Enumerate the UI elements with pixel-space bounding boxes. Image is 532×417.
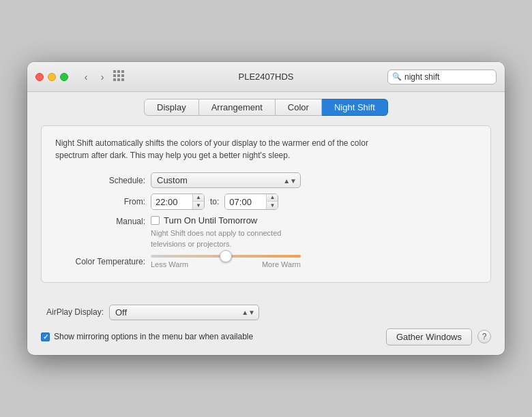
mirror-label: Show mirroring options in the menu bar w…: [54, 332, 253, 341]
grid-dot: [121, 70, 124, 73]
to-time-input[interactable]: [225, 195, 266, 209]
grid-dot: [113, 74, 116, 77]
minimize-button[interactable]: [48, 73, 56, 81]
airplay-select[interactable]: Off On: [109, 305, 259, 320]
from-label: From:: [55, 197, 151, 206]
schedule-select[interactable]: Custom Sunset to Sunrise Off: [151, 172, 301, 188]
color-temp-slider-container: Less Warm More Warm: [151, 255, 301, 268]
to-time-stepper: ▲ ▼: [266, 194, 278, 209]
grid-dot: [117, 70, 120, 73]
airplay-select-wrapper: Off On ▲▼: [109, 305, 259, 320]
schedule-label: Schedule:: [55, 176, 151, 185]
color-temp-label: Color Temperature:: [55, 257, 151, 266]
window-title: PLE2407HDS: [239, 72, 294, 82]
grid-dot: [113, 70, 116, 73]
from-time-input[interactable]: [151, 195, 192, 209]
time-row: From: ▲ ▼ to: ▲ ▼: [55, 194, 477, 210]
footer-row: Show mirroring options in the menu bar w…: [41, 328, 491, 345]
tab-display[interactable]: Display: [144, 99, 199, 116]
nightshift-panel: Night Shift automatically shifts the col…: [41, 125, 491, 283]
from-time-down-button[interactable]: ▼: [193, 202, 204, 209]
forward-button[interactable]: ›: [95, 70, 109, 84]
nightshift-description: Night Shift automatically shifts the col…: [55, 137, 396, 161]
grid-dot: [117, 74, 120, 77]
main-window: ‹ › PLE2407HDS 🔍 ✕ Display Arrangement: [27, 62, 505, 355]
mirror-checkbox[interactable]: [41, 333, 50, 341]
from-time-up-button[interactable]: ▲: [193, 194, 204, 202]
help-button[interactable]: ?: [477, 330, 491, 343]
close-button[interactable]: [35, 73, 44, 81]
tabbar: Display Arrangement Color Night Shift: [27, 92, 505, 116]
from-time-input-wrapper: ▲ ▼: [151, 194, 205, 210]
slider-less-warm-label: Less Warm: [151, 260, 188, 268]
schedule-row: Schedule: Custom Sunset to Sunrise Off ▲…: [55, 172, 477, 188]
maximize-button[interactable]: [60, 73, 68, 81]
traffic-lights: [35, 73, 68, 81]
to-label: to:: [210, 197, 219, 206]
nightshift-note: Night Shift does not apply to connected …: [151, 228, 287, 249]
from-time-stepper: ▲ ▼: [192, 194, 204, 209]
color-temp-row: Color Temperature: Less Warm More Warm: [55, 255, 477, 268]
search-box: 🔍 ✕: [387, 70, 497, 84]
to-time-input-wrapper: ▲ ▼: [224, 194, 278, 210]
search-input[interactable]: [404, 72, 505, 82]
manual-checkbox-label: Turn On Until Tomorrow: [164, 215, 257, 226]
airplay-row: AirPlay Display: Off On ▲▼: [41, 305, 491, 320]
footer-buttons: Gather Windows ?: [386, 328, 491, 345]
to-time-down-button[interactable]: ▼: [267, 202, 278, 209]
tab-arrangement[interactable]: Arrangement: [199, 99, 276, 116]
slider-labels: Less Warm More Warm: [151, 260, 301, 268]
manual-checkbox-row: Turn On Until Tomorrow: [151, 215, 287, 226]
mirror-checkbox-row: Show mirroring options in the menu bar w…: [41, 332, 253, 341]
search-icon: 🔍: [392, 72, 402, 81]
to-time-up-button[interactable]: ▲: [267, 194, 278, 202]
schedule-select-wrapper: Custom Sunset to Sunrise Off ▲▼: [151, 172, 301, 188]
airplay-label: AirPlay Display:: [41, 307, 109, 317]
back-button[interactable]: ‹: [79, 70, 93, 84]
color-temp-slider[interactable]: [151, 255, 301, 258]
manual-right: Turn On Until Tomorrow Night Shift does …: [151, 215, 287, 249]
slider-more-warm-label: More Warm: [262, 260, 301, 268]
gather-windows-button[interactable]: Gather Windows: [386, 328, 472, 345]
tab-color[interactable]: Color: [276, 99, 322, 116]
grid-dot: [113, 78, 116, 81]
tab-nightshift[interactable]: Night Shift: [322, 99, 388, 116]
manual-row: Manual: Turn On Until Tomorrow Night Shi…: [55, 215, 477, 249]
nav-buttons: ‹ ›: [79, 70, 109, 84]
grid-dot: [121, 78, 124, 81]
manual-checkbox[interactable]: [151, 216, 160, 225]
manual-label: Manual:: [55, 215, 151, 226]
titlebar: ‹ › PLE2407HDS 🔍 ✕: [27, 62, 505, 92]
apps-grid-button[interactable]: [113, 70, 127, 84]
grid-dot: [117, 78, 120, 81]
bottom-area: AirPlay Display: Off On ▲▼ Show mirrorin…: [27, 305, 505, 355]
grid-dot: [121, 74, 124, 77]
main-content: Night Shift automatically shifts the col…: [27, 116, 505, 305]
